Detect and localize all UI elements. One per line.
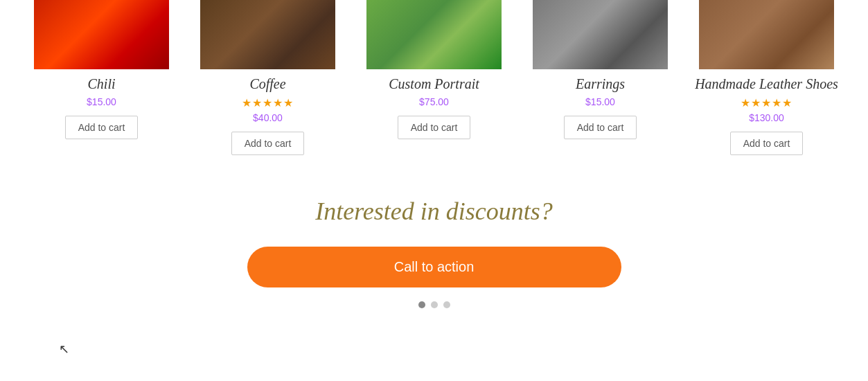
product-card-shoes: Handmade Leather Shoes ★★★★★ $130.00 Add…: [684, 0, 850, 169]
product-card-custom-portrait: Custom Portrait $75.00 Add to cart: [351, 0, 517, 169]
add-to-cart-coffee[interactable]: Add to cart: [231, 132, 305, 155]
cta-button[interactable]: Call to action: [247, 247, 621, 287]
dot-3[interactable]: [443, 301, 450, 308]
discount-title: Interested in discounts?: [315, 197, 553, 226]
product-image-custom-portrait: [366, 0, 502, 69]
product-name-custom-portrait: Custom Portrait: [389, 76, 479, 92]
dot-2[interactable]: [431, 301, 438, 308]
product-card-chili: Chili $15.00 Add to cart: [19, 0, 185, 169]
add-to-cart-custom-portrait[interactable]: Add to cart: [398, 116, 471, 139]
add-to-cart-earrings[interactable]: Add to cart: [564, 116, 637, 139]
product-card-earrings: Earrings $15.00 Add to cart: [517, 0, 684, 169]
dot-1[interactable]: [418, 301, 425, 308]
product-price-earrings: $15.00: [585, 96, 615, 107]
product-price-coffee: $40.00: [253, 112, 283, 123]
cursor-icon: ↖: [59, 342, 69, 357]
product-name-chili: Chili: [87, 76, 115, 92]
product-image-earrings: [533, 0, 668, 69]
discount-section: Interested in discounts? Call to action: [0, 169, 868, 329]
products-section: Chili $15.00 Add to cart Coffee ★★★★★ $4…: [0, 0, 868, 169]
product-price-custom-portrait: $75.00: [419, 96, 449, 107]
product-card-coffee: Coffee ★★★★★ $40.00 Add to cart: [185, 0, 351, 169]
pagination-dots: [418, 301, 450, 308]
product-stars-coffee: ★★★★★: [242, 96, 294, 109]
product-price-chili: $15.00: [87, 96, 116, 107]
product-price-shoes: $130.00: [749, 112, 784, 123]
product-image-chili: [34, 0, 169, 69]
product-stars-shoes: ★★★★★: [741, 96, 792, 109]
product-image-coffee: [200, 0, 335, 69]
product-name-earrings: Earrings: [576, 76, 625, 92]
add-to-cart-shoes[interactable]: Add to cart: [730, 132, 804, 155]
product-name-coffee: Coffee: [249, 76, 285, 92]
product-name-shoes: Handmade Leather Shoes: [695, 76, 838, 92]
add-to-cart-chili[interactable]: Add to cart: [65, 116, 139, 139]
product-image-shoes: [699, 0, 834, 69]
